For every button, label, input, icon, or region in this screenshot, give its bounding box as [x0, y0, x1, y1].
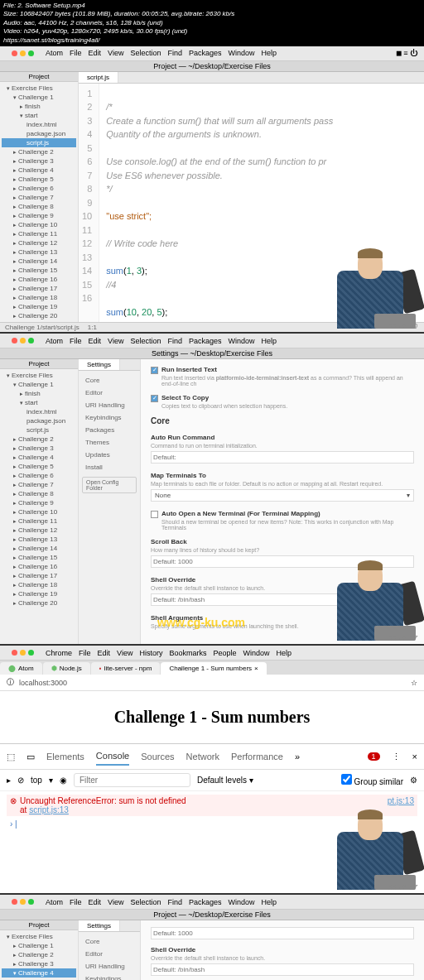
tab-performance[interactable]: Performance	[231, 748, 283, 765]
error-source-link[interactable]: script.js:13	[29, 805, 69, 814]
window-controls[interactable]	[7, 896, 39, 907]
close-icon[interactable]: ×	[412, 752, 417, 761]
checkbox-select-copy[interactable]	[151, 395, 158, 402]
nav-keybindings[interactable]: Keybindings	[82, 411, 137, 424]
chrome-tab[interactable]: ⬢Node.js	[43, 662, 90, 675]
editor-tab-script[interactable]: script.js	[79, 72, 118, 83]
error-source-link[interactable]: pt.js:13	[388, 796, 414, 814]
tab-console[interactable]: Console	[96, 747, 129, 766]
window-controls[interactable]	[7, 647, 39, 658]
settings-tab[interactable]: Settings	[79, 920, 120, 931]
scroll-back-input[interactable]	[151, 555, 414, 568]
clear-console-icon[interactable]: ⊘	[17, 776, 24, 785]
tree-index[interactable]: index.html	[2, 120, 76, 129]
filter-input[interactable]	[74, 773, 190, 787]
menu-help[interactable]: Help	[262, 49, 277, 57]
close-icon[interactable]: ×	[254, 665, 258, 672]
shell-override-input[interactable]	[151, 963, 414, 976]
console-prompt[interactable]: › |	[7, 816, 417, 832]
map-terminals-select[interactable]: None▾	[151, 489, 414, 502]
tree-item[interactable]: Challenge 19	[2, 302, 76, 311]
tree-item[interactable]: Challenge 5	[2, 175, 76, 184]
settings-content: Shell OverrideOverride the default shell…	[141, 920, 424, 980]
shell-override-input[interactable]	[151, 593, 414, 606]
tree-item[interactable]: Challenge 8	[2, 202, 76, 211]
tree-package[interactable]: package.json	[2, 129, 76, 138]
star-icon[interactable]: ☆	[411, 679, 417, 687]
tree-item[interactable]: Challenge 2	[2, 147, 76, 156]
tree-item[interactable]: Challenge 13	[2, 247, 76, 257]
tree-item[interactable]: Challenge 6	[2, 184, 76, 193]
auto-run-input[interactable]	[151, 451, 414, 464]
tree-item[interactable]: Challenge 15	[2, 266, 76, 275]
menu-view[interactable]: View	[108, 49, 123, 57]
tree-item[interactable]: Challenge 16	[2, 275, 76, 284]
open-config-button[interactable]: Open Config Folder	[82, 477, 137, 493]
status-bar: Challenge 1/start/script.js1:1	[0, 322, 424, 332]
tree-item[interactable]: Challenge 17	[2, 284, 76, 293]
tree-script-active[interactable]: script.js	[2, 138, 76, 147]
code-editor[interactable]: 12345678910111213141516 /* Create a func…	[79, 84, 424, 323]
atom-menubar: Atom File Edit View Selection Find Packa…	[0, 46, 424, 61]
tree-item[interactable]: Challenge 18	[2, 293, 76, 302]
chrome-tab[interactable]: ▪lite-server - npm	[91, 662, 161, 675]
tree-item[interactable]: Challenge 4	[2, 166, 76, 175]
timestamp: 00:02:07	[388, 634, 417, 642]
chrome-tab-active[interactable]: Challenge 1 - Sum numbers×	[161, 662, 266, 675]
tree-challenge1[interactable]: Challenge 1	[2, 93, 76, 102]
chrome-tab[interactable]: ⬤Atom	[0, 662, 42, 675]
nav-themes[interactable]: Themes	[82, 436, 137, 449]
tree-root[interactable]: Exercise Files	[2, 84, 76, 93]
tree-item[interactable]: Challenge 14	[2, 257, 76, 266]
sidebar-toggle-icon[interactable]: ▸	[7, 776, 11, 785]
tree-challenge4-active[interactable]: Challenge 4	[2, 968, 76, 978]
info-icon[interactable]: ⓘ	[7, 677, 14, 688]
context-select[interactable]: top	[31, 776, 42, 785]
settings-content: Run Inserted TextRun text inserted via p…	[141, 359, 424, 644]
tree-item[interactable]: Challenge 11	[2, 229, 76, 238]
nav-install[interactable]: Install	[82, 461, 137, 473]
gear-icon[interactable]: ⚙	[410, 776, 417, 785]
nav-uri[interactable]: URI Handling	[82, 399, 137, 411]
window-controls[interactable]	[7, 48, 39, 59]
kebab-icon[interactable]: ⋮	[392, 752, 401, 762]
window-title: Settings — ~/Desktop/Exercise Files	[0, 348, 424, 359]
nav-packages[interactable]: Packages	[82, 424, 137, 436]
settings-nav: Settings Core Editor URI Handling Keybin…	[79, 920, 141, 980]
menu-atom[interactable]: Atom	[46, 49, 63, 57]
tab-sources[interactable]: Sources	[141, 748, 174, 765]
nav-editor[interactable]: Editor	[82, 387, 137, 399]
levels-select[interactable]: Default levels ▾	[197, 776, 253, 785]
nav-updates[interactable]: Updates	[82, 449, 137, 461]
tree-item[interactable]: Challenge 3	[2, 156, 76, 166]
tree-item[interactable]: Challenge 20	[2, 311, 76, 320]
settings-tab[interactable]: Settings	[79, 359, 120, 370]
menu-packages[interactable]: Packages	[189, 49, 222, 57]
checkbox-run-inserted[interactable]	[151, 367, 158, 374]
url-input[interactable]: localhost:3000	[19, 679, 406, 687]
tree-item[interactable]: Challenge 12	[2, 238, 76, 247]
device-icon[interactable]: ▭	[26, 752, 35, 762]
tree-item[interactable]: Challenge 9	[2, 211, 76, 220]
menu-file[interactable]: File	[70, 49, 82, 57]
tree-item[interactable]: Challenge 10	[2, 220, 76, 229]
tree-start[interactable]: start	[2, 111, 76, 120]
menu-find[interactable]: Find	[167, 49, 182, 57]
window-controls[interactable]	[7, 335, 39, 346]
nav-core[interactable]: Core	[82, 374, 137, 387]
menu-edit[interactable]: Edit	[89, 49, 102, 57]
menu-window[interactable]: Window	[228, 49, 254, 57]
more-tabs-icon[interactable]: »	[295, 752, 300, 761]
address-bar: ⓘ localhost:3000 ☆	[0, 675, 424, 691]
error-count-badge[interactable]: 1	[368, 752, 380, 761]
tab-elements[interactable]: Elements	[46, 748, 84, 765]
inspect-icon[interactable]: ⬚	[7, 752, 15, 762]
group-similar-checkbox[interactable]	[341, 774, 352, 785]
tree-finish[interactable]: finish	[2, 102, 76, 111]
project-sidebar: Project Exercise Files Challenge 1 Chall…	[0, 920, 79, 980]
eye-icon[interactable]: ◉	[60, 776, 67, 785]
menu-selection[interactable]: Selection	[130, 49, 161, 57]
tab-network[interactable]: Network	[186, 748, 219, 765]
checkbox-auto-open[interactable]	[151, 511, 158, 518]
tree-item[interactable]: Challenge 7	[2, 193, 76, 202]
